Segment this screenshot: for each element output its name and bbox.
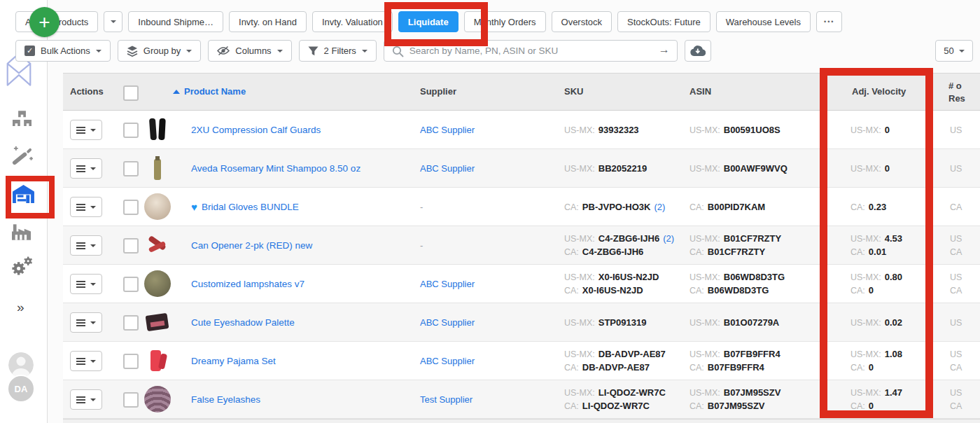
sidebar-collapse-chevrons[interactable]: » bbox=[17, 300, 24, 315]
quantity-link[interactable]: (2) bbox=[663, 233, 674, 244]
sku-value: C4-ZBG6-IJH6 bbox=[582, 247, 643, 257]
product-name-link[interactable]: Customized lampshates v7 bbox=[191, 279, 304, 289]
header-supplier[interactable]: Supplier bbox=[420, 74, 456, 110]
sku-value: LI-QDOZ-WR7C bbox=[598, 387, 666, 398]
tab-stockouts-future[interactable]: StockOuts: Future bbox=[617, 11, 710, 32]
velocity-line: CA:0.01 bbox=[850, 245, 902, 258]
tab-warehouse-levels[interactable]: Warehouse Levels bbox=[716, 11, 811, 32]
magic-wand-nav-icon[interactable] bbox=[11, 146, 33, 166]
search-submit-arrow-icon[interactable]: → bbox=[659, 43, 670, 56]
export-cloud-button[interactable] bbox=[685, 40, 711, 62]
settings-gears-nav-icon[interactable] bbox=[10, 256, 33, 277]
tab-active-products-caret[interactable] bbox=[104, 11, 122, 32]
marketplace-prefix: US-MX: bbox=[850, 272, 881, 282]
supplier-link[interactable]: ABC Supplier bbox=[420, 163, 475, 174]
truncated-cell: USCA bbox=[950, 232, 962, 258]
tab-invty-on-hand[interactable]: Invty. on Hand bbox=[229, 11, 307, 32]
truncated-line: US bbox=[950, 386, 962, 399]
menu-icon bbox=[76, 245, 85, 247]
product-name-link[interactable]: Can Opener 2-pk (RED) new bbox=[191, 240, 312, 251]
filters-button[interactable]: 2 Filters bbox=[299, 40, 377, 62]
warehouse-nav-icon[interactable] bbox=[13, 184, 34, 203]
supplier-link[interactable]: Test Supplier bbox=[420, 394, 472, 405]
truncated-line: US bbox=[950, 232, 962, 245]
marketplace-prefix: CA bbox=[950, 202, 962, 212]
select-all-checkbox[interactable] bbox=[123, 85, 139, 101]
row-checkbox[interactable] bbox=[123, 354, 139, 369]
row-actions-button[interactable] bbox=[70, 312, 102, 333]
marketplace-prefix: CA: bbox=[850, 202, 865, 212]
row-checkbox[interactable] bbox=[123, 161, 139, 176]
columns-button[interactable]: Columns bbox=[208, 40, 291, 62]
asin-cell: US-MX:B07FB9FFR4CA:B07FB9FFR4 bbox=[690, 347, 780, 374]
asin-value: B06WD8D3TG bbox=[708, 285, 769, 296]
row-actions-button[interactable] bbox=[70, 158, 102, 179]
app-screen: beta bbox=[0, 0, 980, 423]
product-name-link[interactable]: 2XU Compression Calf Guards bbox=[191, 125, 321, 135]
velocity-line: US-MX:4.53 bbox=[850, 232, 902, 245]
tab-overstock[interactable]: Overstock bbox=[552, 11, 612, 32]
product-name-link[interactable]: Dreamy Pajama Set bbox=[191, 356, 276, 366]
row-checkbox[interactable] bbox=[123, 392, 139, 408]
tab-liquidate[interactable]: Liquidate bbox=[398, 11, 458, 32]
menu-icon bbox=[76, 399, 85, 401]
search-input[interactable] bbox=[384, 41, 677, 61]
row-actions-button[interactable] bbox=[70, 389, 102, 410]
supplier-link[interactable]: ABC Supplier bbox=[420, 317, 475, 328]
row-checkbox[interactable] bbox=[123, 123, 139, 138]
product-name-link[interactable]: False Eyelashes bbox=[191, 394, 260, 405]
user-avatar[interactable]: DA bbox=[7, 375, 35, 403]
asin-cell: US-MX:B06WD8D3TGCA:B06WD8D3TG bbox=[690, 270, 785, 297]
row-actions-button[interactable] bbox=[70, 120, 102, 140]
header-product-name[interactable]: Product Name bbox=[173, 74, 246, 110]
product-name-link[interactable]: ♥Bridal Gloves BUNDLE bbox=[191, 202, 299, 212]
group-by-button[interactable]: Group by bbox=[118, 40, 201, 62]
caret-down-icon bbox=[90, 321, 96, 324]
supplier-link[interactable]: ABC Supplier bbox=[420, 356, 475, 366]
row-actions-button[interactable] bbox=[70, 197, 102, 217]
header-asin[interactable]: ASIN bbox=[690, 74, 711, 110]
supplier-link[interactable]: ABC Supplier bbox=[420, 279, 475, 289]
supplier-link[interactable]: ABC Supplier bbox=[420, 125, 475, 135]
asin-value: B07FB9FFR4 bbox=[708, 362, 764, 373]
caret-down-icon bbox=[90, 206, 96, 209]
person-icon bbox=[8, 352, 34, 377]
marketplace-prefix: US-MX: bbox=[690, 272, 720, 282]
table-row: Can Opener 2-pk (RED) new-US-MX:C4-ZBG6-… bbox=[63, 226, 980, 265]
velocity-cell: US-MX:1.47CA:0 bbox=[850, 386, 902, 412]
factory-nav-icon[interactable] bbox=[12, 223, 31, 242]
sku-cell: CA:PB-JVPO-HO3K(2) bbox=[564, 200, 665, 214]
marketplace-prefix: CA: bbox=[564, 202, 579, 212]
product-name-link[interactable]: Cute Eyeshadow Palette bbox=[191, 317, 295, 328]
header-sku[interactable]: SKU bbox=[564, 74, 583, 110]
velocity-line: US-MX:1.08 bbox=[850, 347, 902, 361]
truncated-cell: USCA bbox=[950, 270, 962, 297]
tab-more-button[interactable]: ••• bbox=[816, 11, 842, 32]
tab-monthly-orders[interactable]: Monthly Orders bbox=[464, 11, 546, 32]
cloud-download-icon bbox=[690, 45, 706, 57]
sort-ascending-icon bbox=[173, 90, 180, 94]
truncated-cell: US bbox=[950, 316, 962, 329]
add-product-button[interactable]: + bbox=[29, 7, 59, 37]
row-checkbox[interactable] bbox=[123, 238, 139, 254]
bulk-actions-button[interactable]: ✓ Bulk Actions bbox=[15, 40, 111, 62]
asin-value: B07FB9FFR4 bbox=[724, 349, 780, 359]
tab-inbound-shipments[interactable]: Inbound Shipme… bbox=[128, 11, 223, 32]
header-adj-velocity[interactable]: Adj. Velocity bbox=[852, 74, 906, 110]
row-actions-button[interactable] bbox=[70, 235, 102, 256]
products-nav-icon[interactable] bbox=[13, 111, 31, 127]
heart-icon: ♥ bbox=[191, 202, 197, 212]
velocity-cell: US-MX:1.08CA:0 bbox=[850, 347, 902, 374]
row-checkbox[interactable] bbox=[123, 277, 139, 292]
sku-cell: US-MX:STP091319 bbox=[564, 316, 646, 329]
product-name-link[interactable]: Aveda Rosemary Mint Shampoo 8.50 oz bbox=[191, 163, 360, 174]
row-actions-button[interactable] bbox=[70, 274, 102, 294]
sku-value: DB-ADVP-AE87 bbox=[598, 349, 666, 359]
tab-invty-valuation[interactable]: Invty. Valuation bbox=[312, 11, 393, 32]
row-checkbox[interactable] bbox=[123, 200, 139, 215]
row-actions-button[interactable] bbox=[70, 351, 102, 371]
marketplace-prefix: US bbox=[950, 317, 962, 327]
page-size-select[interactable]: 50 bbox=[935, 40, 973, 62]
row-checkbox[interactable] bbox=[123, 315, 139, 331]
quantity-link[interactable]: (2) bbox=[654, 202, 665, 212]
